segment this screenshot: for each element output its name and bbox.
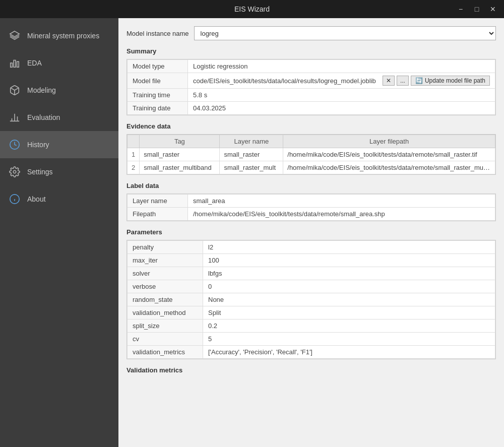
- svg-point-10: [13, 170, 16, 173]
- sidebar-item-mineral-system-proxies[interactable]: Mineral system proxies: [0, 22, 118, 49]
- sidebar-label-evaluation: Evaluation: [27, 113, 60, 121]
- maximize-button[interactable]: □: [470, 2, 484, 16]
- row-tag: small_raster_multiband: [140, 161, 220, 174]
- col-num: [128, 135, 140, 148]
- sidebar-label-history: History: [27, 141, 49, 149]
- summary-table: Model type Logistic regression Model fil…: [127, 59, 495, 115]
- close-button[interactable]: ✕: [486, 2, 500, 16]
- label-layer-name-label: Layer name: [128, 195, 188, 208]
- table-row: solver lbfgs: [128, 267, 495, 280]
- table-row: penalty l2: [128, 241, 495, 254]
- col-layer-filepath: Layer filepath: [283, 135, 495, 148]
- clock-icon: [8, 138, 21, 151]
- param-value: 0.2: [203, 320, 495, 333]
- main-layout: Mineral system proxies EDA Modeling: [0, 18, 504, 447]
- model-instance-select[interactable]: logreg: [194, 26, 496, 40]
- training-date-label: Training date: [128, 102, 188, 115]
- table-row: Model file code/EIS/eis_toolkit/tests/da…: [128, 73, 495, 89]
- browse-model-file-button[interactable]: ...: [397, 76, 409, 86]
- svg-rect-2: [14, 60, 16, 68]
- param-value: Split: [203, 306, 495, 320]
- table-row: 1 small_raster small_raster /home/mika/c…: [128, 148, 495, 161]
- parameters-title: Parameters: [127, 228, 496, 236]
- param-key: cv: [128, 333, 203, 346]
- model-type-label: Model type: [128, 60, 188, 73]
- gear-icon: [8, 165, 21, 178]
- summary-title: Summary: [127, 47, 496, 55]
- param-value: 5: [203, 333, 495, 346]
- sidebar-item-evaluation[interactable]: Evaluation: [0, 104, 118, 131]
- bar-chart-icon: [8, 111, 21, 124]
- table-row: Filepath /home/mika/code/EIS/eis_toolkit…: [128, 208, 495, 221]
- param-value: None: [203, 293, 495, 306]
- param-key: penalty: [128, 241, 203, 254]
- sidebar-item-settings[interactable]: Settings: [0, 158, 118, 185]
- sidebar-label-about: About: [27, 195, 46, 203]
- info-icon: [8, 193, 21, 206]
- label-data-section: Layer name small_area Filepath /home/mik…: [127, 194, 496, 221]
- table-row: Model type Logistic regression: [128, 60, 495, 73]
- label-filepath-value: /home/mika/code/EIS/eis_toolkit/tests/da…: [188, 208, 495, 221]
- model-type-value: Logistic regression: [188, 60, 495, 73]
- param-value: 0: [203, 280, 495, 293]
- param-value: l2: [203, 241, 495, 254]
- training-time-label: Training time: [128, 89, 188, 102]
- chart-icon: [8, 56, 21, 70]
- table-row: cv 5: [128, 333, 495, 346]
- evidence-data-section: Tag Layer name Layer filepath 1 small_ra…: [127, 134, 496, 175]
- validation-metrics-title: Validation metrics: [127, 366, 496, 374]
- param-key: verbose: [128, 280, 203, 293]
- update-model-file-label: Update model file path: [425, 77, 485, 84]
- layers-icon: [8, 29, 21, 42]
- training-time-value: 5.8 s: [188, 89, 495, 102]
- table-row: Training date 04.03.2025: [128, 102, 495, 115]
- param-key: validation_metrics: [128, 346, 203, 359]
- model-instance-row: Model instance name logreg: [127, 26, 496, 40]
- clear-model-file-button[interactable]: ✕: [383, 76, 395, 86]
- model-file-label: Model file: [128, 73, 188, 89]
- app-title: EIS Wizard: [234, 5, 270, 13]
- update-model-file-button[interactable]: 🔄 Update model file path: [411, 76, 490, 86]
- table-row: Layer name small_area: [128, 195, 495, 208]
- param-value: 100: [203, 254, 495, 267]
- table-row: 2 small_raster_multiband small_raster_mu…: [128, 161, 495, 174]
- table-row: Training time 5.8 s: [128, 89, 495, 102]
- content-scroll[interactable]: Model instance name logreg Summary Model…: [118, 18, 504, 447]
- label-data-table: Layer name small_area Filepath /home/mik…: [127, 194, 495, 221]
- table-row: split_size 0.2: [128, 320, 495, 333]
- training-date-value: 04.03.2025: [188, 102, 495, 115]
- evidence-data-title: Evidence data: [127, 122, 496, 130]
- table-row: max_iter 100: [128, 254, 495, 267]
- col-layer-name: Layer name: [220, 135, 283, 148]
- sidebar-item-about[interactable]: About: [0, 185, 118, 213]
- row-layer-name: small_raster_mult: [220, 161, 283, 174]
- param-key: random_state: [128, 293, 203, 306]
- param-key: validation_method: [128, 306, 203, 320]
- row-num: 1: [128, 148, 140, 161]
- param-key: max_iter: [128, 254, 203, 267]
- table-row: validation_metrics ['Accuracy', 'Precisi…: [128, 346, 495, 359]
- content-area: Model instance name logreg Summary Model…: [118, 18, 504, 447]
- evidence-table: Tag Layer name Layer filepath 1 small_ra…: [127, 135, 495, 174]
- table-row: verbose 0: [128, 280, 495, 293]
- parameters-section: penalty l2 max_iter 100 solver lbfgs ver…: [127, 240, 496, 359]
- row-tag: small_raster: [140, 148, 220, 161]
- svg-rect-1: [11, 63, 13, 67]
- label-filepath-label: Filepath: [128, 208, 188, 221]
- table-header-row: Tag Layer name Layer filepath: [128, 135, 495, 148]
- param-value: ['Accuracy', 'Precision', 'Recall', 'F1'…: [203, 346, 495, 359]
- sidebar-label-eda: EDA: [27, 59, 42, 67]
- window-controls: − □ ✕: [454, 0, 500, 18]
- summary-section: Model type Logistic regression Model fil…: [127, 59, 496, 115]
- cube-icon: [8, 84, 21, 97]
- svg-rect-3: [17, 61, 19, 67]
- minimize-button[interactable]: −: [454, 2, 468, 16]
- model-instance-label: Model instance name: [127, 30, 189, 37]
- sidebar-item-modeling[interactable]: Modeling: [0, 77, 118, 104]
- sidebar-label-mineral-system-proxies: Mineral system proxies: [27, 32, 99, 40]
- col-tag: Tag: [140, 135, 220, 148]
- label-layer-name-value: small_area: [188, 195, 495, 208]
- model-file-path: code/EIS/eis_toolkit/tests/data/local/re…: [193, 77, 381, 85]
- sidebar-item-eda[interactable]: EDA: [0, 49, 118, 77]
- sidebar-item-history[interactable]: History: [0, 131, 118, 158]
